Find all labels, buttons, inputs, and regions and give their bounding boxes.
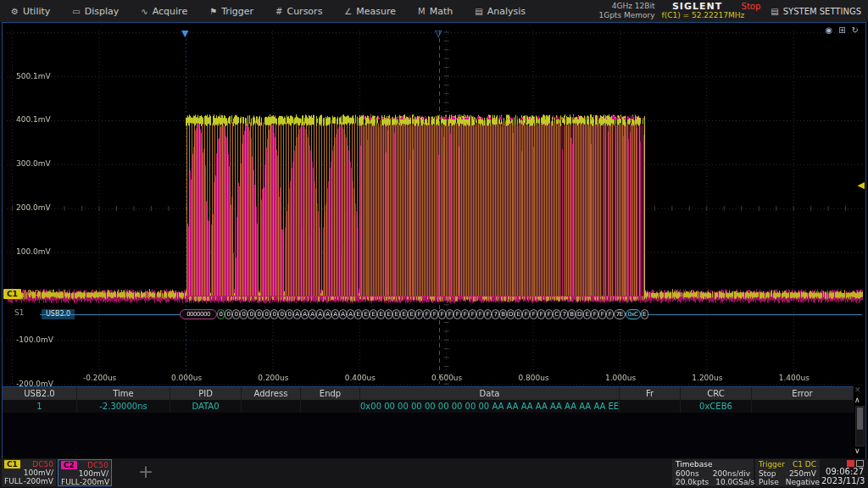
trigger-level: 250mV <box>789 469 816 479</box>
channel2-scale: 100mV/ <box>79 469 108 478</box>
timebase-descriptor[interactable]: Timebase 600ns 200ns/div 20.0kpts 10.0GS… <box>672 459 754 486</box>
decode-capsule: E <box>515 309 522 319</box>
menu-item-display[interactable]: ▭Display <box>61 0 130 22</box>
decode-capsule: A <box>301 309 309 319</box>
channel1-zero-label: 0.0 mV <box>27 289 54 297</box>
menu-item-label: Trigger <box>221 6 253 17</box>
channel1-badge: C1 <box>4 460 20 469</box>
menu-item-analysis[interactable]: ▤Analysis <box>464 0 537 22</box>
decode-capsule: 0 <box>270 309 278 319</box>
decode-capsule: A <box>339 309 347 319</box>
decode-table-row[interactable]: 1-2.30000nsDATA00x00 00 00 00 00 00 00 0… <box>3 400 854 413</box>
close-icon[interactable]: ✕ <box>854 385 861 394</box>
x-axis-label: 1.200us <box>680 374 734 382</box>
trigger-level-marker[interactable]: ◀ <box>858 180 865 190</box>
decode-capsule: F <box>431 309 438 319</box>
menu-item-measure[interactable]: ∠Measure <box>333 0 407 22</box>
decode-capsule: 7E <box>614 309 626 319</box>
menu-item-math[interactable]: MMath <box>407 0 464 22</box>
flag-icon: ⚑ <box>209 7 217 16</box>
decode-capsule: F <box>598 309 606 319</box>
x-axis-label: 0.800us <box>507 374 561 382</box>
table-cell: DATA0 <box>170 400 242 413</box>
timebase-title: Timebase <box>676 460 712 469</box>
channel1-zero-badge[interactable]: C1 <box>3 289 21 299</box>
menu-item-acquire[interactable]: ∿Acquire <box>130 0 198 22</box>
decode-capsule: 0 <box>240 309 248 319</box>
table-cell: 0x00 00 00 00 00 00 00 00 00 AA AA AA AA… <box>360 400 620 413</box>
trigger-type: Pulse <box>759 478 779 487</box>
decode-capsule: F <box>423 309 431 319</box>
channel2-badge: C2 <box>61 461 77 469</box>
decode-capsule: 0 <box>278 309 286 319</box>
trigger-descriptor[interactable]: Trigger C1 DC Stop 250mV Pulse Negative <box>755 459 820 486</box>
system-settings-label: SYSTEM SETTINGS <box>783 7 861 16</box>
table-scrollbar: ✕ ∧ ∨ <box>854 387 865 458</box>
decode-capsule: B <box>568 309 576 319</box>
menu-items: ⚙Utility▭Display∿Acquire⚑Trigger#Cursors… <box>0 0 537 22</box>
delay-reference-marker[interactable]: ▽ <box>435 30 442 38</box>
decode-capsule: D <box>507 309 515 319</box>
channel1-offset: -200mV <box>24 477 53 485</box>
decode-capsule: D <box>576 309 583 319</box>
decode-capsule: 0 <box>232 309 240 319</box>
x-axis-label: -0.200us <box>73 374 127 382</box>
decode-capsule: B <box>499 309 507 319</box>
trigger-title: Trigger <box>759 460 785 469</box>
analysis-icon: ▤ <box>475 7 482 16</box>
channel2-offset: -200mV <box>80 478 109 486</box>
menu-item-cursors[interactable]: #Cursors <box>264 0 333 22</box>
decode-capsule: 0 <box>248 309 255 319</box>
decode-capsule: 0 <box>286 309 293 319</box>
frequency-readout: f(C1) = 52.22217MHz <box>662 11 733 20</box>
decode-capsule: 0000000 <box>180 309 217 319</box>
column-header-usb2-0: USB2.0 <box>3 387 77 400</box>
y-axis-label: 100.0mV <box>16 247 51 256</box>
scroll-down-icon[interactable]: ∨ <box>854 446 860 455</box>
menu-item-label: Cursors <box>287 6 322 17</box>
decode-capsule: F <box>469 309 476 319</box>
scrollbar-track[interactable] <box>855 406 865 446</box>
cursors-icon: # <box>275 7 282 16</box>
x-axis-label: 1.000us <box>593 374 648 382</box>
decode-capsule: 0 <box>225 309 232 319</box>
menu-item-label: Analysis <box>487 6 526 17</box>
decode-capsule: E <box>408 309 415 319</box>
table-cell <box>752 400 854 413</box>
add-channel-button[interactable]: + <box>129 461 163 485</box>
brand-logo: SIGLENT <box>662 2 733 11</box>
screenshot-camera-icon[interactable]: ◉ <box>825 25 832 35</box>
menu-item-utility[interactable]: ⚙Utility <box>0 0 61 22</box>
table-cell <box>301 400 360 413</box>
y-axis-label: 500.1mV <box>16 72 51 80</box>
x-axis-label: 0.600us <box>420 374 474 382</box>
serial-bus-s1-label: S1 <box>14 308 24 317</box>
scrollbar-thumb[interactable] <box>857 408 863 430</box>
decode-capsule: F <box>461 309 469 319</box>
decode-capsule: E <box>370 309 377 319</box>
decode-capsule: 0 <box>255 309 263 319</box>
menu-item-trigger[interactable]: ⚑Trigger <box>198 0 264 22</box>
decode-capsule: C <box>553 309 560 319</box>
trigger-position-marker[interactable]: ▼ <box>181 30 188 38</box>
scroll-up-icon[interactable]: ∧ <box>854 396 860 404</box>
content-frame: ◉ ⊞ ↻ 500.1mV400.1mV300.0mV200.0mV100.0m… <box>2 22 866 459</box>
decode-capsule: 0 <box>217 309 225 319</box>
network-status-icons <box>821 460 864 467</box>
expand-view-icon[interactable]: ⊞ <box>838 25 845 35</box>
clock-block: 09:06:27 2023/11/3 <box>821 459 864 485</box>
menu-item-label: Utility <box>23 6 50 17</box>
brand-block: SIGLENT f(C1) = 52.22217MHz <box>662 2 733 20</box>
refresh-icon[interactable]: ↻ <box>852 25 859 35</box>
channel2-descriptor[interactable]: C2 DC50 100mV/ FULL -200mV <box>58 459 112 486</box>
waveform-icon: ∿ <box>141 7 147 16</box>
table-cell <box>242 400 301 413</box>
decode-capsule: 7 <box>492 309 499 319</box>
system-settings-button[interactable]: ▤ SYSTEM SETTINGS <box>771 7 861 16</box>
channel1-descriptor[interactable]: C1 DC50 100mV/ FULL -200mV <box>2 459 56 486</box>
decode-capsule: E <box>362 309 370 319</box>
trigger-slope: Negative <box>786 478 820 487</box>
measure-icon: ∠ <box>344 7 352 16</box>
waveform-canvas[interactable] <box>5 24 865 385</box>
waveform-plot[interactable]: ◉ ⊞ ↻ 500.1mV400.1mV300.0mV200.0mV100.0m… <box>3 23 865 386</box>
